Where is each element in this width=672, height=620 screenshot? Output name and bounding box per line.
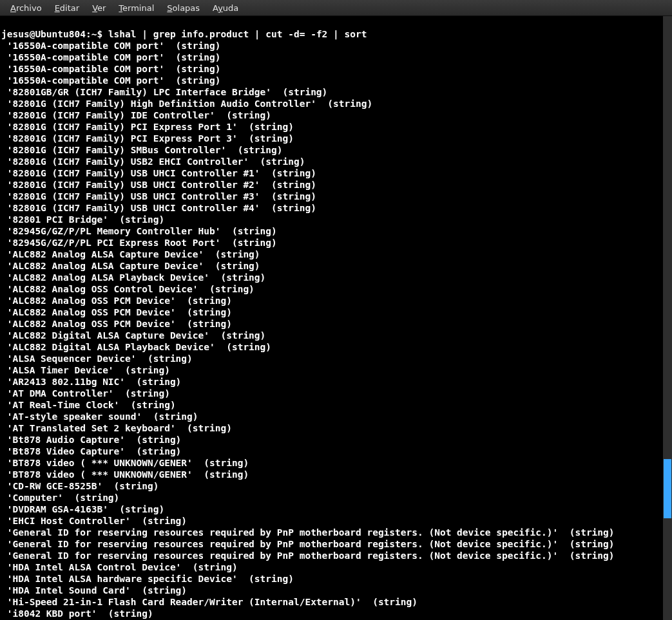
menu-terminal[interactable]: Terminal <box>112 2 160 14</box>
menu-ver[interactable]: Ver <box>86 2 112 14</box>
scrollbar-track[interactable] <box>663 16 672 620</box>
terminal-area[interactable]: jesus@Ubuntu804:~$ lshal | grep info.pro… <box>0 16 672 620</box>
terminal-prompt: jesus@Ubuntu804:~$ <box>1 29 108 39</box>
terminal-content[interactable]: jesus@Ubuntu804:~$ lshal | grep info.pro… <box>0 16 672 620</box>
menu-archivo[interactable]: Archivo <box>4 2 48 14</box>
menu-ayuda[interactable]: Ayuda <box>206 2 245 14</box>
terminal-output: '16550A-compatible COM port' (string) '1… <box>1 40 671 620</box>
scrollbar-thumb[interactable] <box>664 459 671 518</box>
menubar: Archivo Editar Ver Terminal Solapas Ayud… <box>0 0 672 16</box>
menu-editar[interactable]: Editar <box>48 2 86 14</box>
terminal-command: lshal | grep info.product | cut -d= -f2 … <box>108 29 367 39</box>
menu-solapas[interactable]: Solapas <box>160 2 206 14</box>
